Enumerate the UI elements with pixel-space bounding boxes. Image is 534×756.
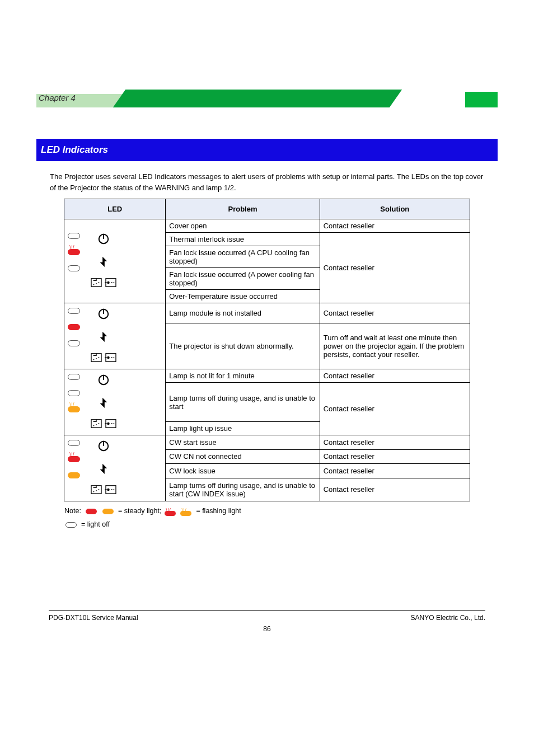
led-table: LED Problem Solution \ | / Cover openCon… — [64, 199, 470, 501]
svg-point-18 — [111, 357, 113, 358]
lamp-red-flash-icon: \ | / — [165, 507, 177, 516]
lamp-indicator-orange-on — [68, 472, 80, 478]
svg-point-19 — [113, 357, 114, 358]
solution-cell: Contact reseller — [320, 233, 470, 303]
solution-cell: Contact reseller — [320, 219, 470, 233]
lamp2-icon — [105, 353, 117, 363]
power-icon — [97, 374, 110, 386]
problem-cell: The projector is shut down abnormally. — [166, 323, 320, 369]
lamp-orange-flash-icon: \ | / — [180, 507, 193, 516]
power-icon — [97, 308, 110, 320]
svg-point-15 — [99, 357, 100, 358]
legend-steady: = steady light; — [118, 505, 161, 518]
svg-point-39 — [113, 489, 114, 490]
legend-off: = light off — [81, 518, 110, 532]
svg-point-14 — [96, 358, 97, 359]
svg-point-24 — [96, 424, 97, 425]
problem-cell: Lamp is not lit for 1 minute — [166, 369, 320, 383]
solution-cell: Contact reseller — [320, 449, 470, 464]
svg-point-35 — [99, 489, 100, 490]
svg-point-5 — [99, 282, 100, 283]
svg-point-17 — [107, 356, 110, 359]
lamp-indicator-red-blink: \ | / — [68, 249, 80, 255]
lamp-off-icon — [65, 522, 77, 528]
lamp-orange-on-icon — [102, 509, 114, 514]
lamp2-icon — [105, 419, 117, 429]
lamp-indicator-orange-blink: \ | / — [68, 406, 80, 412]
banner-right: Troubleshooting — [398, 93, 464, 102]
legend-note: Note: — [64, 505, 81, 518]
problem-cell: Thermal interlock issue — [166, 233, 320, 246]
warning-icon — [97, 396, 110, 408]
svg-point-3 — [93, 284, 95, 285]
problem-cell: Lamp turns off during usage, and is unab… — [166, 383, 320, 422]
th-solution: Solution — [320, 199, 470, 219]
solution-cell: Contact reseller — [320, 478, 470, 501]
problem-cell: Cover open — [166, 219, 320, 233]
led-cell: \ | / — [64, 435, 166, 501]
power-icon — [97, 233, 110, 245]
solution-cell: Contact reseller — [320, 383, 470, 435]
problem-cell: CW lock issue — [166, 464, 320, 478]
section-title: LED Indicators — [36, 139, 498, 161]
legend-flash: = flashing light — [196, 505, 241, 518]
lamp-indicator-off — [68, 340, 80, 346]
warning-icon — [97, 462, 110, 475]
svg-point-28 — [111, 423, 113, 424]
lamp-indicator-off — [68, 233, 80, 239]
banner-left: Chapter 4 — [39, 93, 76, 102]
problem-cell: Fan lock issue occurred (A power cooling… — [166, 268, 320, 290]
problem-cell: Over-Temperature issue occurred — [166, 290, 320, 303]
lamp-indicator-off — [68, 390, 80, 396]
svg-point-34 — [96, 490, 97, 491]
svg-point-13 — [93, 359, 95, 360]
led-cell: \ | / — [64, 219, 166, 303]
th-problem: Problem — [166, 199, 320, 219]
lamp-indicator-off — [68, 308, 80, 314]
power-icon — [97, 440, 110, 452]
solution-cell: Turn off and wait at least one minute th… — [320, 323, 470, 369]
problem-cell: Lamp turns off during usage, and is unab… — [166, 478, 320, 501]
lamp1-icon — [90, 485, 102, 495]
svg-point-23 — [93, 425, 95, 426]
led-cell: \ | / — [64, 369, 166, 435]
warning-icon — [97, 255, 110, 267]
problem-cell: Fan lock issue occurred (A CPU cooling f… — [166, 246, 320, 268]
page-number: 86 — [25, 625, 509, 633]
lamp2-icon — [105, 485, 117, 495]
problem-cell: Lamp light up issue — [166, 422, 320, 435]
svg-point-4 — [96, 283, 97, 284]
svg-point-27 — [107, 422, 110, 425]
svg-point-7 — [107, 281, 110, 284]
svg-point-8 — [111, 282, 113, 283]
problem-cell: Lamp module is not installed — [166, 303, 320, 323]
lamp-indicator-red-on — [68, 324, 80, 330]
lamp-indicator-red-blink: \ | / — [68, 456, 80, 462]
problem-cell: CW start issue — [166, 435, 320, 450]
led-cell — [64, 303, 166, 369]
intro-text: The Projector uses several LED Indicator… — [50, 171, 484, 193]
lamp-indicator-off — [68, 265, 80, 271]
warning-icon — [97, 330, 110, 342]
lamp-red-on-icon — [86, 509, 97, 514]
footer-right: SANYO Electric Co., Ltd. — [411, 614, 485, 622]
svg-point-9 — [113, 282, 114, 283]
svg-point-25 — [99, 423, 100, 424]
lamp1-icon — [90, 419, 102, 429]
solution-cell: Contact reseller — [320, 435, 470, 450]
legend: Note: = steady light; \ | / \ | / = flas… — [64, 505, 470, 532]
svg-point-37 — [107, 489, 110, 491]
lamp-indicator-off — [68, 374, 80, 380]
lamp-indicator-off — [68, 440, 80, 446]
solution-cell: Contact reseller — [320, 303, 470, 323]
svg-point-33 — [93, 491, 95, 492]
footer-left: PDG-DXT10L Service Manual — [49, 614, 138, 622]
solution-cell: Contact reseller — [320, 464, 470, 478]
solution-cell: Contact reseller — [320, 369, 470, 383]
lamp2-icon — [105, 278, 117, 288]
th-led: LED — [64, 199, 166, 219]
lamp1-icon — [90, 353, 102, 363]
svg-point-38 — [111, 489, 113, 490]
lamp1-icon — [90, 278, 102, 288]
svg-point-29 — [113, 423, 114, 424]
